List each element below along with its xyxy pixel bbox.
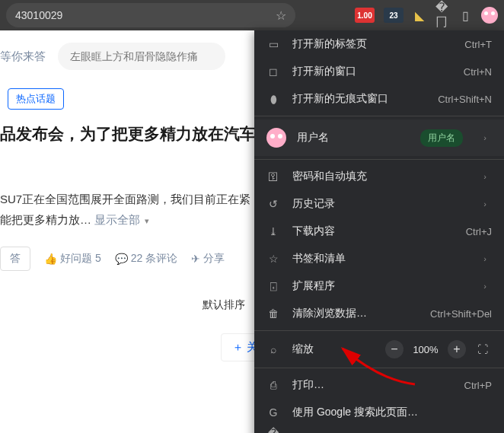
menu-separator (254, 330, 504, 331)
chevron-right-icon: › (478, 254, 492, 263)
answer-button[interactable]: 答 (0, 247, 30, 271)
body-line-2: 能把更多精力放… (0, 213, 91, 226)
share-icon: ✈ (191, 253, 200, 265)
comments-button[interactable]: 💬22 条评论 (115, 252, 177, 266)
trash-icon: 🗑 (266, 307, 280, 320)
user-badge: 用户名 (420, 129, 463, 147)
tab-icon: ▭ (266, 38, 280, 50)
chevron-right-icon: › (478, 133, 492, 142)
key-icon: ⚿ (266, 170, 280, 183)
menu-separator (254, 116, 504, 116)
puzzle-icon: ⌺ (266, 280, 280, 292)
browser-menu: ▭ 打开新的标签页 Ctrl+T ◻ 打开新的窗口 Ctrl+N ⬮ 打开新的无… (254, 30, 504, 433)
good-question-button[interactable]: 👍好问题 5 (44, 252, 101, 266)
menu-downloads[interactable]: ⤓ 下载内容 Ctrl+J (254, 218, 504, 245)
chevron-down-icon: ▾ (145, 216, 149, 225)
menu-clear-data[interactable]: 🗑 清除浏览数据… Ctrl+Shift+Del (254, 300, 504, 327)
extension-badge-2[interactable]: 23 (384, 8, 404, 23)
menu-new-tab[interactable]: ▭ 打开新的标签页 Ctrl+T (254, 30, 504, 58)
incognito-icon: ⬮ (266, 93, 280, 106)
profile-avatar-icon[interactable] (481, 7, 498, 24)
side-panel-icon[interactable]: ▯ (458, 8, 472, 22)
show-all-link[interactable]: 显示全部▾ (94, 213, 149, 226)
menu-history[interactable]: ↺ 历史记录 › (254, 190, 504, 218)
fullscreen-icon[interactable]: ⛶ (474, 340, 492, 358)
thumb-up-icon: 👍 (44, 253, 57, 265)
zoom-in-button[interactable]: + (448, 340, 466, 358)
extensions-puzzle-icon[interactable]: �冂 (435, 8, 449, 22)
comment-icon: 💬 (115, 253, 128, 265)
menu-user-row[interactable]: 用户名 用户名 › (254, 119, 504, 156)
user-avatar-icon (266, 128, 286, 148)
zoom-value: 100% (411, 344, 440, 355)
extension-cat-icon[interactable]: ◣ (413, 8, 426, 22)
translate-icon: �文 (266, 427, 280, 433)
menu-google-search[interactable]: G 使用 Google 搜索此页面… (254, 399, 504, 426)
menu-translate[interactable]: �文 翻译… (254, 426, 504, 433)
download-icon: ⤓ (266, 225, 280, 237)
chevron-right-icon: › (478, 282, 492, 291)
window-icon: ◻ (266, 65, 280, 78)
chevron-right-icon: › (478, 172, 492, 181)
star-icon[interactable]: ☆ (276, 8, 286, 23)
magnifier-icon: ⌕ (266, 343, 280, 355)
menu-extensions[interactable]: ⌺ 扩展程序 › (254, 272, 504, 300)
menu-print[interactable]: ⎙ 打印… Ctrl+P (254, 371, 504, 399)
bookmark-star-icon: ☆ (266, 253, 280, 265)
menu-separator (254, 159, 504, 160)
extension-badge-1[interactable]: 1.00 (355, 8, 375, 23)
chevron-right-icon: › (478, 199, 492, 209)
browser-toolbar: 43010029 ☆ 1.00 23 ◣ �冂 ▯ (0, 0, 504, 30)
google-icon: G (266, 406, 280, 419)
share-button[interactable]: ✈分享 (191, 252, 225, 266)
history-icon: ↺ (266, 198, 280, 210)
printer-icon: ⎙ (266, 379, 280, 391)
address-bar[interactable]: 43010029 ☆ (6, 3, 295, 27)
waiting-answer-link[interactable]: 等你来答 (0, 49, 46, 64)
zoom-out-button[interactable]: − (385, 340, 404, 358)
url-text: 43010029 (15, 9, 276, 21)
plus-icon: ＋ (232, 340, 244, 355)
hot-topic-tag[interactable]: 热点话题 (8, 88, 64, 110)
menu-new-window[interactable]: ◻ 打开新的窗口 Ctrl+N (254, 58, 504, 85)
menu-incognito[interactable]: ⬮ 打开新的无痕式窗口 Ctrl+Shift+N (254, 85, 504, 113)
menu-separator (254, 368, 504, 368)
menu-bookmarks[interactable]: ☆ 书签和清单 › (254, 245, 504, 272)
menu-zoom: ⌕ 缩放 − 100% + ⛶ (254, 334, 504, 365)
body-line-1: SU7正在全国范围展开全面路测，我们目前正在紧 (0, 193, 250, 205)
search-input[interactable] (58, 43, 225, 70)
menu-passwords[interactable]: ⚿ 密码和自动填充 › (254, 163, 504, 190)
